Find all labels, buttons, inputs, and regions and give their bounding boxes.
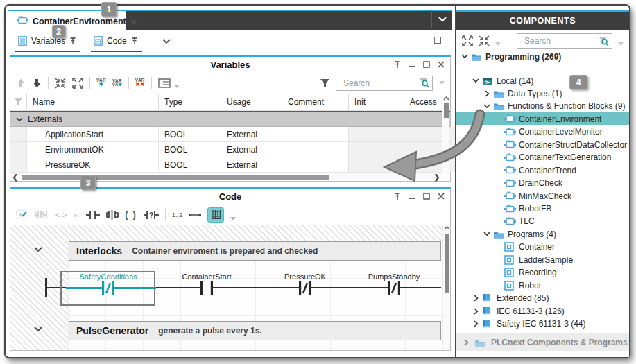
expanded-chevron-icon[interactable] [483,104,491,109]
collapsed-chevron-icon[interactable] [472,308,480,315]
expand-all-icon[interactable] [462,35,473,46]
tree-item-programming-269[interactable]: Programming (269) [456,50,629,63]
column-type[interactable]: Type [159,94,221,110]
tree-item-local-14[interactable]: Local (14) [456,74,629,87]
search-filter-icon[interactable] [418,78,429,88]
collapse-all-icon[interactable] [55,78,66,89]
fit-width-icon[interactable] [189,212,201,218]
components-search-input[interactable] [523,35,597,46]
tree-item-containertrend[interactable]: ContainerTrend [456,164,629,177]
table-row[interactable]: EnvironmentOKBOOLExternal [10,142,450,157]
tree-item-recording[interactable]: Recording [456,266,629,279]
pin-icon[interactable] [394,192,401,200]
subtab-variables[interactable]: Variables [18,32,76,50]
table-view-icon[interactable] [158,78,171,88]
add-variable-icon[interactable]: VAR✱ [96,78,106,88]
expanded-chevron-icon[interactable] [483,232,491,236]
cell-c0[interactable] [10,142,27,157]
filter-icon[interactable] [320,79,329,87]
tree-item-programs-4[interactable]: Programs (4) [456,227,629,241]
tree-item-laddersample[interactable]: LadderSample [456,253,629,266]
tab-close-icon[interactable] [130,15,137,28]
tab-list-chevron-icon[interactable] [431,10,452,28]
zoom-level-label[interactable]: 1..2 [172,211,183,218]
network-elements-icon[interactable] [34,211,49,219]
subtab-code[interactable]: Code [94,32,138,50]
collapsed-chevron-icon[interactable] [463,339,469,346]
cell-comment[interactable] [282,157,349,172]
duplicate-variable-icon[interactable]: VARVA✱ [112,79,122,87]
add-network-icon[interactable] [16,209,28,220]
section-pulsegenerator-header[interactable]: PulseGenerator generate a pulse every 1s… [69,321,441,340]
tree-item-extended-85[interactable]: Extended (85) [456,292,629,305]
more-subtabs-chevron-icon[interactable] [162,39,171,44]
cell-type[interactable]: BOOL [159,127,221,141]
cell-usage[interactable]: External [221,127,282,141]
insert-coil-icon[interactable]: ( ) [125,210,137,220]
tree-item-minmaxcheck[interactable]: MinMaxCheck [456,189,629,202]
swap-icon[interactable]: <-> [55,211,67,219]
pin-icon[interactable] [69,37,76,45]
negated-contact-icon[interactable] [385,280,403,299]
contact-icon[interactable] [198,280,216,299]
minimize-icon[interactable] [409,193,415,200]
cell-comment[interactable] [282,142,349,157]
close-icon[interactable] [438,193,445,200]
tree-item-data-types-1[interactable]: Data Types (1) [456,87,629,100]
collapsed-chevron-icon[interactable] [483,90,491,97]
hscroll-thumb[interactable] [22,175,329,180]
restore-pane-icon[interactable] [434,37,441,44]
cell-c0[interactable] [10,157,27,172]
group-row-externals[interactable]: Externals [10,112,450,127]
negated-contact-icon[interactable] [296,280,314,299]
column-name[interactable]: Name [27,94,159,110]
cell-comment[interactable] [282,127,349,141]
expanded-chevron-icon[interactable] [461,54,469,59]
insert-compare-icon[interactable]: ? [144,209,159,220]
dropdown-chevron-icon[interactable] [618,42,624,46]
tree-item-tlc[interactable]: TLC [456,215,629,228]
search-filter-icon[interactable] [597,36,609,46]
pin-icon[interactable] [394,60,401,69]
cell-name[interactable]: PressureOK [27,157,159,172]
scroll-left-icon[interactable]: ❮ [10,173,20,181]
dropdown-chevron-icon[interactable] [495,42,501,46]
vscroll-thumb[interactable] [445,234,449,293]
scroll-right-icon[interactable]: ❯ [432,173,442,181]
cell-type[interactable]: BOOL [159,157,221,172]
cell-init[interactable] [349,127,404,141]
collapse-all-icon[interactable] [479,35,490,46]
maximize-icon[interactable] [423,61,430,68]
code-vscroll[interactable] [442,225,450,350]
horizontal-scrollbar[interactable]: ❮ ❯ [10,172,442,181]
column-usage[interactable]: Usage [221,94,282,110]
insert-branch-icon[interactable] [106,209,119,220]
tree-item-robotfb[interactable]: RobotFB [456,202,629,216]
table-row[interactable]: PressureOKBOOLExternal [10,157,450,173]
expand-all-icon[interactable] [72,78,83,89]
pin-icon[interactable] [131,37,138,45]
dropdown-chevron-icon[interactable] [174,85,180,88]
tree-item-containerenvironment[interactable]: ContainerEnvironment [456,112,629,125]
variables-vscroll[interactable] [442,96,449,174]
section-expanded-chevron-icon[interactable] [34,327,42,332]
tree-item-containertextgeneration[interactable]: ContainerTextGeneration [456,151,629,164]
table-row[interactable]: ApplicationStartBOOLExternal [10,127,450,142]
tree-item-draincheck[interactable]: DrainCheck [456,177,629,190]
dropdown-chevron-icon[interactable] [230,217,236,220]
cell-init[interactable] [349,157,404,172]
jump-icon[interactable]: »- [74,211,80,219]
tree-item-container[interactable]: Container [456,241,629,254]
code-canvas[interactable]: Interlocks Container enviroment is prepa… [10,225,450,350]
group-expanded-chevron-icon[interactable] [16,117,23,122]
vscroll-thumb[interactable] [444,103,449,118]
tree-item-containerstructdatacollector[interactable]: ContainerStructDataCollector [456,138,629,151]
cell-name[interactable]: ApplicationStart [27,127,159,141]
cell-c0[interactable] [10,127,27,141]
cell-usage[interactable]: External [221,157,282,172]
insert-contact-icon[interactable] [86,209,100,220]
cell-type[interactable]: BOOL [159,142,221,157]
move-down-icon[interactable] [32,78,42,89]
plcnext-components-section[interactable]: PLCnext Components & Programs [456,333,629,351]
collapsed-chevron-icon[interactable] [472,320,480,327]
